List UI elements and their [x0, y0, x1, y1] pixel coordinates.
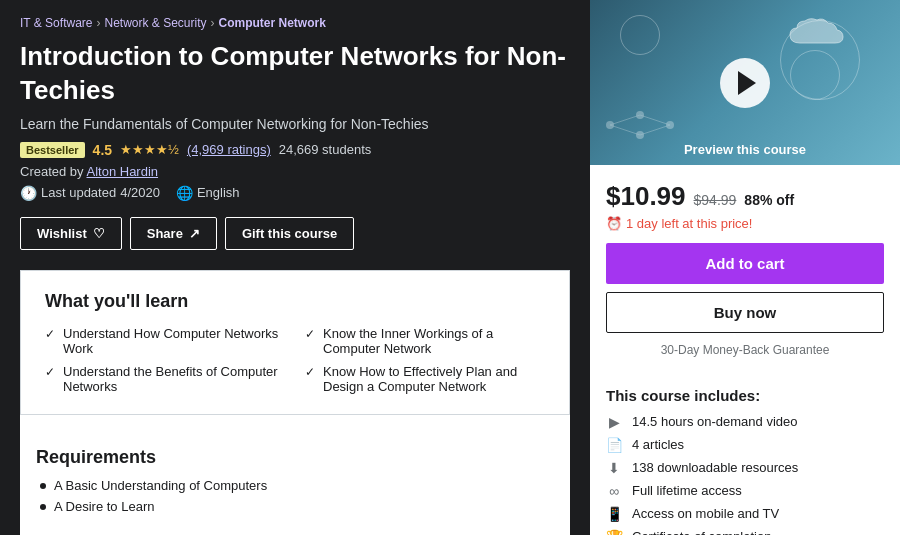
check-icon-4: ✓	[305, 365, 315, 379]
req-text-2: A Desire to Learn	[54, 499, 154, 514]
breadcrumb-sep2: ›	[211, 16, 215, 30]
creator-link[interactable]: Alton Hardin	[87, 164, 159, 179]
video-preview[interactable]: Preview this course	[590, 0, 900, 165]
requirements-title: Requirements	[36, 447, 554, 468]
learn-text-4: Know How to Effectively Plan and Design …	[323, 364, 545, 394]
check-icon-3: ✓	[45, 365, 55, 379]
certificate-icon: 🏆	[606, 529, 622, 535]
include-certificate: 🏆 Certificate of completion	[606, 529, 884, 535]
heart-icon: ♡	[93, 226, 105, 241]
req-text-1: A Basic Understanding of Computers	[54, 478, 267, 493]
include-mobile-text: Access on mobile and TV	[632, 506, 779, 521]
learn-text-1: Understand How Computer Networks Work	[63, 326, 285, 356]
creator-label: Created by	[20, 164, 84, 179]
guarantee-text: 30-Day Money-Back Guarantee	[606, 343, 884, 357]
students-count: 24,669 students	[279, 142, 372, 157]
current-price: $10.99	[606, 181, 686, 212]
include-articles-text: 4 articles	[632, 437, 684, 452]
info-row: 🕐 Last updated 4/2020 🌐 English	[20, 185, 570, 201]
include-mobile: 📱 Access on mobile and TV	[606, 506, 884, 522]
play-icon	[738, 71, 756, 95]
share-icon: ↗	[189, 226, 200, 241]
check-icon-2: ✓	[305, 327, 315, 341]
deco-circle-3	[620, 15, 660, 55]
breadcrumb-network-security[interactable]: Network & Security	[104, 16, 206, 30]
learn-text-2: Know the Inner Workings of a Computer Ne…	[323, 326, 545, 356]
language-item: 🌐 English	[176, 185, 240, 201]
learn-item-3: ✓ Understand the Benefits of Computer Ne…	[45, 364, 285, 394]
include-articles: 📄 4 articles	[606, 437, 884, 453]
action-buttons: Wishlist ♡ Share ↗ Gift this course	[20, 217, 570, 250]
last-updated-value: 4/2020	[120, 185, 160, 200]
learn-grid: ✓ Understand How Computer Networks Work …	[45, 326, 545, 394]
requirements-section: Requirements A Basic Understanding of Co…	[20, 415, 570, 535]
add-to-cart-button[interactable]: Add to cart	[606, 243, 884, 284]
gift-label: Gift this course	[242, 226, 337, 241]
learn-text-3: Understand the Benefits of Computer Netw…	[63, 364, 285, 394]
mobile-icon: 📱	[606, 506, 622, 522]
bestseller-badge: Bestseller	[20, 142, 85, 158]
stars: ★★★★½	[120, 142, 179, 157]
play-button[interactable]	[720, 58, 770, 108]
learn-item-4: ✓ Know How to Effectively Plan and Desig…	[305, 364, 545, 394]
svg-line-6	[610, 125, 640, 135]
globe-icon: 🌐	[176, 185, 193, 201]
breadcrumb-computer-network[interactable]: Computer Network	[219, 16, 326, 30]
learn-section: What you'll learn ✓ Understand How Compu…	[20, 270, 570, 415]
cloud-icon	[785, 15, 845, 50]
include-resources-text: 138 downloadable resources	[632, 460, 798, 475]
wishlist-label: Wishlist	[37, 226, 87, 241]
include-video: ▶ 14.5 hours on-demand video	[606, 414, 884, 430]
req-item-2: A Desire to Learn	[40, 499, 554, 514]
meta-row: Bestseller 4.5 ★★★★½ (4,969 ratings) 24,…	[20, 142, 570, 158]
infinity-icon: ∞	[606, 483, 622, 499]
learn-item-2: ✓ Know the Inner Workings of a Computer …	[305, 326, 545, 356]
breadcrumb-it-software[interactable]: IT & Software	[20, 16, 92, 30]
svg-line-7	[640, 125, 670, 135]
bullet-1	[40, 483, 46, 489]
rating-count[interactable]: (4,969 ratings)	[187, 142, 271, 157]
alarm-icon: ⏰	[606, 216, 622, 231]
original-price: $94.99	[694, 192, 737, 208]
breadcrumb-sep1: ›	[96, 16, 100, 30]
last-updated-label: Last updated	[41, 185, 116, 200]
rating-value: 4.5	[93, 142, 112, 158]
wishlist-button[interactable]: Wishlist ♡	[20, 217, 122, 250]
include-video-text: 14.5 hours on-demand video	[632, 414, 798, 429]
gift-button[interactable]: Gift this course	[225, 217, 354, 250]
pricing-section: $10.99 $94.99 88% off ⏰ 1 day left at th…	[590, 165, 900, 387]
includes-title: This course includes:	[606, 387, 884, 404]
right-panel: Preview this course $10.99 $94.99 88% of…	[590, 0, 900, 535]
include-lifetime: ∞ Full lifetime access	[606, 483, 884, 499]
discount-label: 88% off	[744, 192, 794, 208]
include-resources: ⬇ 138 downloadable resources	[606, 460, 884, 476]
svg-line-5	[640, 115, 670, 125]
creator-row: Created by Alton Hardin	[20, 164, 570, 179]
svg-line-4	[610, 115, 640, 125]
learn-item-1: ✓ Understand How Computer Networks Work	[45, 326, 285, 356]
req-item-1: A Basic Understanding of Computers	[40, 478, 554, 493]
share-button[interactable]: Share ↗	[130, 217, 217, 250]
bullet-2	[40, 504, 46, 510]
video-icon: ▶	[606, 414, 622, 430]
network-deco	[600, 105, 680, 145]
check-icon-1: ✓	[45, 327, 55, 341]
price-row: $10.99 $94.99 88% off	[606, 181, 884, 212]
course-subtitle: Learn the Fundamentals of Computer Netwo…	[20, 116, 570, 132]
requirements-list: A Basic Understanding of Computers A Des…	[36, 478, 554, 514]
learn-title: What you'll learn	[45, 291, 545, 312]
include-certificate-text: Certificate of completion	[632, 529, 771, 535]
urgency-message: ⏰ 1 day left at this price!	[606, 216, 884, 231]
download-icon: ⬇	[606, 460, 622, 476]
include-lifetime-text: Full lifetime access	[632, 483, 742, 498]
clock-icon: 🕐	[20, 185, 37, 201]
includes-section: This course includes: ▶ 14.5 hours on-de…	[590, 387, 900, 535]
course-title: Introduction to Computer Networks for No…	[20, 40, 570, 108]
urgency-text: 1 day left at this price!	[626, 216, 752, 231]
breadcrumb: IT & Software › Network & Security › Com…	[20, 16, 570, 30]
share-label: Share	[147, 226, 183, 241]
buy-now-button[interactable]: Buy now	[606, 292, 884, 333]
article-icon: 📄	[606, 437, 622, 453]
deco-circle-2	[790, 50, 840, 100]
language-value: English	[197, 185, 240, 200]
